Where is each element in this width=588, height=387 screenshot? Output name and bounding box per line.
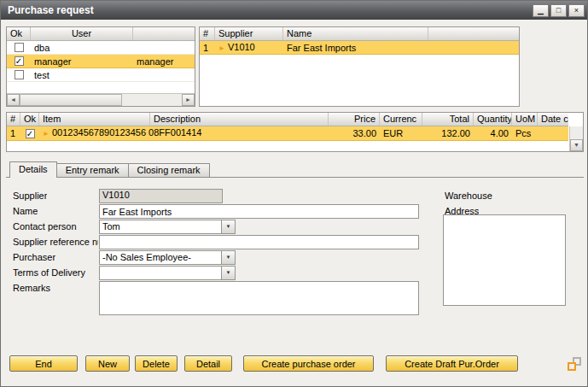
user-cell: test	[31, 69, 133, 81]
remarks-input[interactable]	[99, 281, 419, 315]
window-title: Purchase request	[8, 4, 94, 16]
ok-cell: ✓	[7, 56, 31, 66]
ok-cell	[7, 70, 31, 79]
items-table-header: # Ok Item Description Price Currenc Tota…	[7, 113, 568, 126]
scroll-left-button[interactable]: ◄	[7, 94, 20, 106]
ok-checkbox[interactable]: ✓	[26, 129, 35, 138]
minimize-button[interactable]: ▁	[533, 4, 549, 17]
chevron-down-icon[interactable]: ▼	[221, 251, 235, 264]
extra-cell: manager	[133, 56, 195, 67]
items-col-ok[interactable]: Ok	[20, 113, 39, 126]
user-row-test[interactable]: test	[7, 68, 195, 82]
users-table: Ok User dba ✓ manager manager test ◄ ►	[6, 26, 195, 107]
detail-button[interactable]: Detail	[184, 355, 232, 372]
warehouse-label: Warehouse	[445, 189, 492, 202]
ok-cell: ✓	[20, 129, 39, 138]
items-col-num[interactable]: #	[7, 113, 20, 126]
supplier-field: V1010	[99, 189, 223, 203]
purchaser-label: Purchaser	[13, 250, 55, 264]
items-col-quantity[interactable]: Quantity	[474, 113, 512, 126]
suppliers-col-num[interactable]: #	[200, 27, 215, 40]
user-cell: dba	[31, 42, 133, 54]
scrollbar-track[interactable]	[122, 94, 182, 106]
scroll-left-icon: ◄	[10, 97, 16, 103]
contact-person-value: Tom	[100, 220, 221, 233]
terms-of-delivery-value	[100, 267, 221, 279]
tab-details[interactable]: Details	[9, 161, 57, 178]
chevron-down-icon[interactable]: ▼	[221, 220, 235, 233]
scroll-down-button[interactable]: ▼	[570, 139, 583, 151]
close-button[interactable]: ×	[568, 4, 585, 17]
terms-of-delivery-label: Terms of Delivery	[13, 266, 85, 279]
tab-entry-remark[interactable]: Entry remark	[57, 163, 129, 178]
chevron-down-icon[interactable]: ▼	[221, 267, 235, 279]
link-arrow-icon[interactable]: ►	[43, 130, 49, 138]
suppliers-col-name[interactable]: Name	[283, 27, 428, 40]
contact-person-select[interactable]: Tom ▼	[99, 220, 236, 234]
window-controls: ▁ □ ×	[533, 4, 585, 17]
purchaser-value: -No Sales Employee-	[100, 251, 221, 264]
end-button[interactable]: End	[9, 355, 78, 372]
address-input[interactable]	[443, 214, 566, 306]
items-col-currency[interactable]: Currenc	[380, 113, 422, 126]
supplier-name-cell: Far East Imports	[283, 42, 428, 54]
supplier-label: Supplier	[13, 189, 47, 202]
maximize-icon: □	[556, 6, 561, 15]
item-code-cell: ►001234567890123456 08FF001414	[39, 126, 150, 140]
users-col-ok[interactable]: Ok	[7, 27, 31, 40]
user-cell: manager	[31, 56, 133, 67]
users-table-header: Ok User	[7, 27, 195, 41]
users-col-user[interactable]: User	[31, 27, 133, 40]
items-col-description[interactable]: Description	[150, 113, 329, 126]
users-horizontal-scrollbar[interactable]: ◄ ►	[7, 93, 195, 106]
total-cell: 132.00	[422, 127, 474, 139]
minimize-icon: ▁	[538, 6, 544, 15]
quantity-cell: 4.00	[474, 127, 512, 139]
users-col-extra[interactable]	[133, 27, 195, 40]
items-vertical-scrollbar[interactable]: ▼	[569, 126, 583, 151]
delete-button[interactable]: Delete	[135, 355, 178, 372]
item-code: 001234567890123456 08FF001414	[52, 127, 202, 138]
create-purchase-order-button[interactable]: Create purchase order	[243, 355, 374, 372]
user-row-dba[interactable]: dba	[7, 41, 195, 55]
title-bar[interactable]: Purchase request ▁ □ ×	[1, 1, 587, 20]
suppliers-col-blank	[428, 27, 519, 40]
name-label: Name	[13, 204, 38, 218]
items-col-date[interactable]: Date c	[538, 113, 568, 126]
resize-grip-icon[interactable]	[567, 356, 582, 372]
contact-person-label: Contact person	[13, 220, 77, 233]
maximize-button[interactable]: □	[550, 4, 567, 17]
supplier-row[interactable]: 1 ►V1010 Far East Imports	[200, 41, 519, 55]
ok-checkbox[interactable]	[15, 43, 24, 52]
tab-closing-remark[interactable]: Closing remark	[129, 163, 210, 178]
item-row[interactable]: 1 ✓ ►001234567890123456 08FF001414 33.00…	[7, 126, 568, 141]
supplier-reference-input[interactable]	[99, 235, 419, 249]
supplier-code-cell: ►V1010	[215, 41, 283, 55]
items-col-price[interactable]: Price	[329, 113, 380, 126]
check-mark: ✓	[15, 56, 22, 66]
new-button[interactable]: New	[85, 355, 130, 372]
supplier-code: V1010	[228, 42, 255, 52]
items-col-uom[interactable]: UoM	[512, 113, 538, 126]
supplier-reference-label: Supplier reference nu	[13, 235, 98, 249]
user-row-manager[interactable]: ✓ manager manager	[7, 55, 195, 68]
purchase-request-window: Purchase request ▁ □ × Ok User dba ✓ man…	[0, 0, 588, 387]
items-col-total[interactable]: Total	[422, 113, 474, 126]
ok-cell	[7, 43, 31, 52]
suppliers-col-supplier[interactable]: Supplier	[215, 27, 283, 40]
items-table: # Ok Item Description Price Currenc Tota…	[6, 112, 584, 152]
scrollbar-thumb[interactable]	[20, 94, 122, 106]
terms-of-delivery-select[interactable]: ▼	[99, 266, 236, 280]
uom-cell: Pcs	[512, 127, 538, 139]
purchaser-select[interactable]: -No Sales Employee- ▼	[99, 250, 236, 265]
create-draft-pur-order-button[interactable]: Create Draft Pur.Order	[386, 355, 518, 372]
scroll-right-button[interactable]: ►	[182, 94, 195, 106]
price-cell: 33.00	[329, 127, 380, 139]
link-arrow-icon[interactable]: ►	[218, 44, 225, 52]
suppliers-table: # Supplier Name 1 ►V1010 Far East Import…	[199, 26, 520, 107]
ok-checkbox[interactable]: ✓	[15, 56, 24, 66]
name-input[interactable]	[99, 204, 419, 219]
ok-checkbox[interactable]	[15, 70, 24, 79]
items-col-item[interactable]: Item	[39, 113, 150, 126]
check-mark: ✓	[26, 129, 33, 138]
